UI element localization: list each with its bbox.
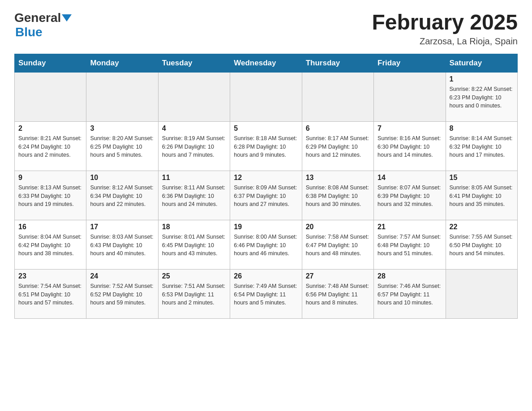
calendar-cell xyxy=(230,72,302,121)
title-block: February 2025 Zarzosa, La Rioja, Spain xyxy=(372,11,518,47)
calendar-cell: 5Sunrise: 8:18 AM Sunset: 6:28 PM Daylig… xyxy=(230,121,302,171)
day-number: 14 xyxy=(378,174,442,182)
day-number: 11 xyxy=(162,174,226,182)
calendar-cell: 23Sunrise: 7:54 AM Sunset: 6:51 PM Dayli… xyxy=(15,269,86,318)
logo-blue: Blue xyxy=(15,25,43,39)
day-number: 7 xyxy=(378,124,442,133)
day-number: 1 xyxy=(450,75,514,83)
day-number: 26 xyxy=(234,272,298,280)
day-number: 19 xyxy=(234,223,298,231)
day-info: Sunrise: 8:19 AM Sunset: 6:26 PM Dayligh… xyxy=(162,134,226,159)
day-info: Sunrise: 8:11 AM Sunset: 6:36 PM Dayligh… xyxy=(162,184,226,209)
calendar-cell: 27Sunrise: 7:48 AM Sunset: 6:56 PM Dayli… xyxy=(302,269,373,318)
calendar-table: SundayMondayTuesdayWednesdayThursdayFrid… xyxy=(14,54,518,319)
day-info: Sunrise: 8:17 AM Sunset: 6:29 PM Dayligh… xyxy=(306,134,370,159)
day-info: Sunrise: 8:05 AM Sunset: 6:41 PM Dayligh… xyxy=(450,184,514,209)
day-number: 8 xyxy=(450,124,514,133)
calendar-cell: 8Sunrise: 8:14 AM Sunset: 6:32 PM Daylig… xyxy=(446,121,517,171)
day-info: Sunrise: 7:49 AM Sunset: 6:54 PM Dayligh… xyxy=(234,282,298,307)
day-info: Sunrise: 8:01 AM Sunset: 6:45 PM Dayligh… xyxy=(162,233,226,258)
day-number: 13 xyxy=(306,174,370,182)
svg-marker-0 xyxy=(62,14,72,21)
calendar-cell: 16Sunrise: 8:04 AM Sunset: 6:42 PM Dayli… xyxy=(15,220,86,269)
calendar-cell: 18Sunrise: 8:01 AM Sunset: 6:45 PM Dayli… xyxy=(158,220,230,269)
day-info: Sunrise: 7:48 AM Sunset: 6:56 PM Dayligh… xyxy=(306,282,370,307)
page-header: General Blue February 2025 Zarzosa, La R… xyxy=(14,11,518,47)
calendar-cell: 7Sunrise: 8:16 AM Sunset: 6:30 PM Daylig… xyxy=(374,121,446,171)
day-number: 6 xyxy=(306,124,370,133)
calendar-cell: 28Sunrise: 7:46 AM Sunset: 6:57 PM Dayli… xyxy=(374,269,446,318)
calendar-cell xyxy=(86,72,158,121)
day-info: Sunrise: 7:55 AM Sunset: 6:50 PM Dayligh… xyxy=(450,233,514,258)
day-info: Sunrise: 8:22 AM Sunset: 6:23 PM Dayligh… xyxy=(450,85,514,110)
day-info: Sunrise: 8:21 AM Sunset: 6:24 PM Dayligh… xyxy=(18,134,82,159)
day-info: Sunrise: 8:13 AM Sunset: 6:33 PM Dayligh… xyxy=(18,184,82,209)
calendar-week-row: 16Sunrise: 8:04 AM Sunset: 6:42 PM Dayli… xyxy=(15,220,518,269)
calendar-cell xyxy=(446,269,517,318)
day-info: Sunrise: 7:57 AM Sunset: 6:48 PM Dayligh… xyxy=(378,233,442,258)
calendar-cell xyxy=(374,72,446,121)
day-number: 2 xyxy=(18,124,82,133)
calendar-title: February 2025 xyxy=(372,11,518,34)
calendar-cell: 2Sunrise: 8:21 AM Sunset: 6:24 PM Daylig… xyxy=(15,121,86,171)
day-info: Sunrise: 8:20 AM Sunset: 6:25 PM Dayligh… xyxy=(90,134,154,159)
day-info: Sunrise: 8:03 AM Sunset: 6:43 PM Dayligh… xyxy=(90,233,154,258)
day-number: 22 xyxy=(450,223,514,231)
day-number: 16 xyxy=(18,223,82,231)
weekday-header-friday: Friday xyxy=(374,54,446,72)
calendar-cell: 19Sunrise: 8:00 AM Sunset: 6:46 PM Dayli… xyxy=(230,220,302,269)
day-number: 27 xyxy=(306,272,370,280)
calendar-cell: 6Sunrise: 8:17 AM Sunset: 6:29 PM Daylig… xyxy=(302,121,373,171)
weekday-header-row: SundayMondayTuesdayWednesdayThursdayFrid… xyxy=(15,54,518,72)
day-info: Sunrise: 8:00 AM Sunset: 6:46 PM Dayligh… xyxy=(234,233,298,258)
weekday-header-saturday: Saturday xyxy=(446,54,517,72)
day-number: 25 xyxy=(162,272,226,280)
calendar-cell: 10Sunrise: 8:12 AM Sunset: 6:34 PM Dayli… xyxy=(86,171,158,220)
weekday-header-monday: Monday xyxy=(86,54,158,72)
calendar-cell: 22Sunrise: 7:55 AM Sunset: 6:50 PM Dayli… xyxy=(446,220,517,269)
day-number: 10 xyxy=(90,174,154,182)
day-number: 21 xyxy=(378,223,442,231)
logo-arrow-icon xyxy=(62,13,72,22)
calendar-cell: 21Sunrise: 7:57 AM Sunset: 6:48 PM Dayli… xyxy=(374,220,446,269)
calendar-cell: 26Sunrise: 7:49 AM Sunset: 6:54 PM Dayli… xyxy=(230,269,302,318)
day-info: Sunrise: 8:12 AM Sunset: 6:34 PM Dayligh… xyxy=(90,184,154,209)
day-number: 28 xyxy=(378,272,442,280)
day-info: Sunrise: 8:09 AM Sunset: 6:37 PM Dayligh… xyxy=(234,184,298,209)
calendar-cell: 14Sunrise: 8:07 AM Sunset: 6:39 PM Dayli… xyxy=(374,171,446,220)
weekday-header-thursday: Thursday xyxy=(302,54,373,72)
day-info: Sunrise: 7:51 AM Sunset: 6:53 PM Dayligh… xyxy=(162,282,226,307)
day-number: 15 xyxy=(450,174,514,182)
logo: General Blue xyxy=(14,11,72,39)
calendar-cell: 12Sunrise: 8:09 AM Sunset: 6:37 PM Dayli… xyxy=(230,171,302,220)
calendar-cell xyxy=(158,72,230,121)
calendar-cell: 20Sunrise: 7:58 AM Sunset: 6:47 PM Dayli… xyxy=(302,220,373,269)
day-info: Sunrise: 8:18 AM Sunset: 6:28 PM Dayligh… xyxy=(234,134,298,159)
day-number: 18 xyxy=(162,223,226,231)
calendar-week-row: 9Sunrise: 8:13 AM Sunset: 6:33 PM Daylig… xyxy=(15,171,518,220)
day-number: 5 xyxy=(234,124,298,133)
calendar-cell xyxy=(302,72,373,121)
calendar-week-row: 1Sunrise: 8:22 AM Sunset: 6:23 PM Daylig… xyxy=(15,72,518,121)
calendar-week-row: 2Sunrise: 8:21 AM Sunset: 6:24 PM Daylig… xyxy=(15,121,518,171)
calendar-cell: 3Sunrise: 8:20 AM Sunset: 6:25 PM Daylig… xyxy=(86,121,158,171)
calendar-cell xyxy=(15,72,86,121)
day-info: Sunrise: 8:14 AM Sunset: 6:32 PM Dayligh… xyxy=(450,134,514,159)
calendar-cell: 24Sunrise: 7:52 AM Sunset: 6:52 PM Dayli… xyxy=(86,269,158,318)
calendar-cell: 11Sunrise: 8:11 AM Sunset: 6:36 PM Dayli… xyxy=(158,171,230,220)
calendar-cell: 15Sunrise: 8:05 AM Sunset: 6:41 PM Dayli… xyxy=(446,171,517,220)
logo-general: General xyxy=(14,11,61,25)
day-number: 17 xyxy=(90,223,154,231)
day-number: 4 xyxy=(162,124,226,133)
calendar-cell: 9Sunrise: 8:13 AM Sunset: 6:33 PM Daylig… xyxy=(15,171,86,220)
calendar-subtitle: Zarzosa, La Rioja, Spain xyxy=(372,36,518,47)
calendar-cell: 17Sunrise: 8:03 AM Sunset: 6:43 PM Dayli… xyxy=(86,220,158,269)
weekday-header-sunday: Sunday xyxy=(15,54,86,72)
day-info: Sunrise: 7:52 AM Sunset: 6:52 PM Dayligh… xyxy=(90,282,154,307)
day-number: 12 xyxy=(234,174,298,182)
calendar-week-row: 23Sunrise: 7:54 AM Sunset: 6:51 PM Dayli… xyxy=(15,269,518,318)
day-number: 20 xyxy=(306,223,370,231)
day-number: 3 xyxy=(90,124,154,133)
day-info: Sunrise: 8:07 AM Sunset: 6:39 PM Dayligh… xyxy=(378,184,442,209)
day-info: Sunrise: 8:08 AM Sunset: 6:38 PM Dayligh… xyxy=(306,184,370,209)
